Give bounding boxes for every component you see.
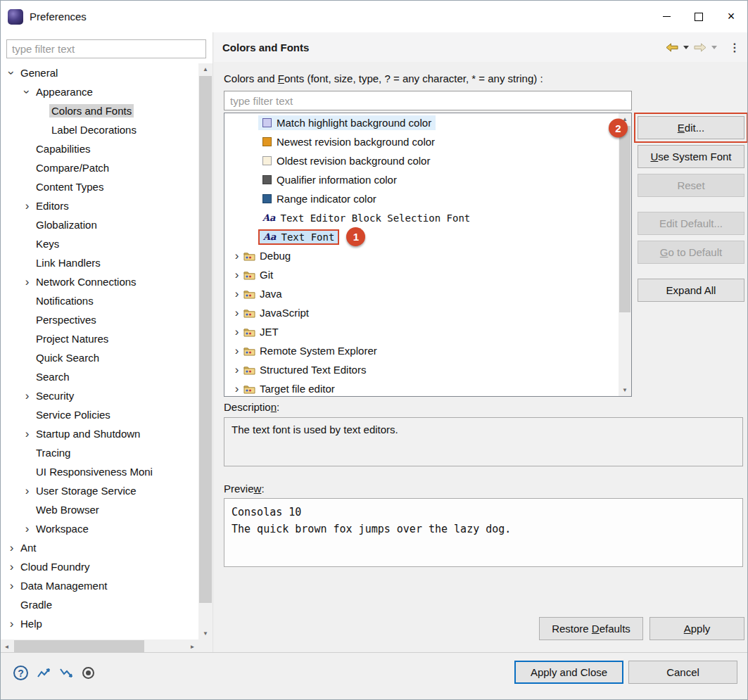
minimize-button[interactable] [650, 1, 683, 32]
fontlist-item-javascript[interactable]: ›JavaScript [224, 303, 619, 322]
edit-button[interactable]: Edit...2 [638, 116, 744, 139]
chevron-right-icon[interactable]: › [230, 288, 243, 300]
sidebar-item-general[interactable]: ›General [1, 63, 197, 82]
fontlist-item-newest-revision-background-color[interactable]: Newest revision background color [224, 132, 619, 151]
import-preferences-icon[interactable] [60, 668, 73, 678]
apply-and-close-button[interactable]: Apply and Close [514, 661, 623, 684]
fontlist-item-jet[interactable]: ›JET [224, 322, 619, 341]
sidebar-item-keys[interactable]: Keys [1, 234, 197, 253]
sidebar-item-security[interactable]: ›Security [1, 386, 197, 405]
sidebar-hscroll-thumb[interactable] [14, 640, 144, 653]
sidebar-item-link-handlers[interactable]: Link Handlers [1, 253, 197, 272]
apply-button[interactable]: Apply [649, 617, 744, 640]
sidebar-item-workspace[interactable]: ›Workspace [1, 519, 197, 538]
chevron-right-icon[interactable]: › [230, 326, 243, 338]
forward-history-dropdown-icon[interactable] [711, 46, 717, 49]
sidebar-item-cloud-foundry[interactable]: ›Cloud Foundry [1, 557, 197, 576]
sidebar-item-web-browser[interactable]: Web Browser [1, 500, 197, 519]
sidebar-item-notifications[interactable]: Notifications [1, 291, 197, 310]
sidebar-item-compare-patch[interactable]: Compare/Patch [1, 158, 197, 177]
fontlist-item-text-font[interactable]: AaText Font1 [224, 227, 619, 246]
sidebar-item-capabilities[interactable]: Capabilities [1, 139, 197, 158]
fontlist-item-match-highlight-background-color[interactable]: Match highlight background color [224, 113, 619, 132]
sidebar-item-label-decorations[interactable]: Label Decorations [1, 120, 197, 139]
chevron-right-icon[interactable]: › [20, 523, 34, 535]
chevron-right-icon[interactable]: › [5, 542, 18, 554]
sidebar-item-tracing[interactable]: Tracing [1, 443, 197, 462]
fontlist-item-java[interactable]: ›Java [224, 284, 619, 303]
sidebar-item-data-management[interactable]: ›Data Management [1, 576, 197, 595]
fontlist-item-range-indicator-color[interactable]: Range indicator color [224, 189, 619, 208]
chevron-right-icon[interactable]: › [5, 580, 18, 592]
fontlist-item-text-editor-block-selection-font[interactable]: AaText Editor Block Selection Font [224, 208, 619, 227]
back-history-dropdown-icon[interactable] [683, 46, 689, 49]
sidebar-item-startup-and-shutdown[interactable]: ›Startup and Shutdown [1, 424, 197, 443]
chevron-right-icon[interactable]: › [5, 618, 18, 630]
chevron-down-icon[interactable]: › [6, 66, 18, 79]
chevron-right-icon[interactable]: › [230, 307, 243, 319]
sidebar-item-user-storage-service[interactable]: ›User Storage Service [1, 481, 197, 500]
sidebar-item-gradle[interactable]: Gradle [1, 595, 197, 614]
chevron-right-icon[interactable]: › [230, 345, 243, 357]
fontlist-item-structured-text-editors[interactable]: ›Structured Text Editors [224, 360, 619, 379]
restore-defaults-button[interactable]: Restore Defaults [539, 617, 643, 640]
sidebar-vscroll-thumb[interactable] [199, 76, 212, 603]
sidebar-item-appearance[interactable]: ›Appearance [1, 82, 197, 101]
chevron-right-icon[interactable]: › [230, 250, 243, 262]
cancel-button[interactable]: Cancel [628, 661, 737, 684]
chevron-right-icon[interactable]: › [230, 383, 243, 395]
sidebar-item-ant[interactable]: ›Ant [1, 538, 197, 557]
expand-all-button[interactable]: Expand All [638, 279, 744, 302]
maximize-button[interactable] [683, 1, 715, 32]
help-icon[interactable]: ? [13, 666, 28, 680]
fontlist-item-remote-system-explorer[interactable]: ›Remote System Explorer [224, 341, 619, 360]
sidebar-item-search[interactable]: Search [1, 367, 197, 386]
chevron-right-icon[interactable]: › [230, 269, 243, 281]
chevron-right-icon[interactable]: › [20, 200, 34, 212]
sidebar-item-ui-responsiveness-moni[interactable]: UI Responsiveness Moni [1, 462, 197, 481]
scroll-down-icon[interactable]: ▼ [198, 628, 213, 639]
scroll-right-icon[interactable]: ► [186, 639, 198, 654]
forward-arrow-icon[interactable] [694, 43, 706, 52]
fontlist-entry[interactable]: Newest revision background color [258, 134, 439, 149]
chevron-right-icon[interactable]: › [20, 428, 34, 440]
fontlist-entry[interactable]: AaText Font [258, 229, 339, 245]
export-preferences-icon[interactable] [37, 668, 51, 678]
back-arrow-icon[interactable] [666, 43, 678, 52]
chevron-right-icon[interactable]: › [20, 276, 34, 288]
sidebar-item-service-policies[interactable]: Service Policies [1, 405, 197, 424]
fontlist-entry[interactable]: Qualifier information color [258, 172, 401, 187]
scroll-left-icon[interactable]: ◄ [1, 639, 13, 654]
fontlist-item-git[interactable]: ›Git [224, 265, 619, 284]
sidebar-item-quick-search[interactable]: Quick Search [1, 348, 197, 367]
fontlist-entry[interactable]: AaText Editor Block Selection Font [258, 211, 474, 225]
preview-box[interactable]: Consolas 10 The quick brown fox jumps ov… [224, 498, 743, 567]
use-system-font-button[interactable]: Use System Font [638, 145, 744, 168]
sidebar-item-project-natures[interactable]: Project Natures [1, 329, 197, 348]
sidebar-item-editors[interactable]: ›Editors [1, 196, 197, 215]
fontlist-item-debug[interactable]: ›Debug [224, 246, 619, 265]
chevron-right-icon[interactable]: › [5, 561, 18, 573]
fontlist-item-qualifier-information-color[interactable]: Qualifier information color [224, 170, 619, 189]
chevron-right-icon[interactable]: › [20, 485, 34, 497]
close-button[interactable]: × [715, 1, 747, 32]
fonts-filter-input[interactable] [224, 91, 632, 110]
scroll-up-icon[interactable]: ▲ [198, 63, 213, 75]
record-preferences-icon[interactable] [82, 667, 94, 679]
chevron-down-icon[interactable]: › [21, 85, 33, 98]
fontlist-entry[interactable]: Match highlight background color [258, 115, 436, 130]
sidebar-item-colors-and-fonts[interactable]: Colors and Fonts [1, 101, 197, 120]
fontlist-entry[interactable]: Range indicator color [258, 191, 381, 206]
sidebar-item-help[interactable]: ›Help [1, 614, 197, 633]
sidebar-item-globalization[interactable]: Globalization [1, 215, 197, 234]
list-vscroll-thumb[interactable] [619, 126, 630, 312]
view-menu-icon[interactable]: ⋮ [729, 41, 740, 54]
fontlist-item-target-file-editor[interactable]: ›Target file editor [224, 379, 619, 396]
chevron-right-icon[interactable]: › [230, 364, 243, 376]
sidebar-filter-input[interactable] [6, 39, 206, 58]
scroll-down-icon[interactable]: ▼ [619, 384, 631, 396]
sidebar-item-network-connections[interactable]: ›Network Connections [1, 272, 197, 291]
sidebar-item-perspectives[interactable]: Perspectives [1, 310, 197, 329]
sidebar-item-content-types[interactable]: Content Types [1, 177, 197, 196]
chevron-right-icon[interactable]: › [20, 390, 34, 402]
